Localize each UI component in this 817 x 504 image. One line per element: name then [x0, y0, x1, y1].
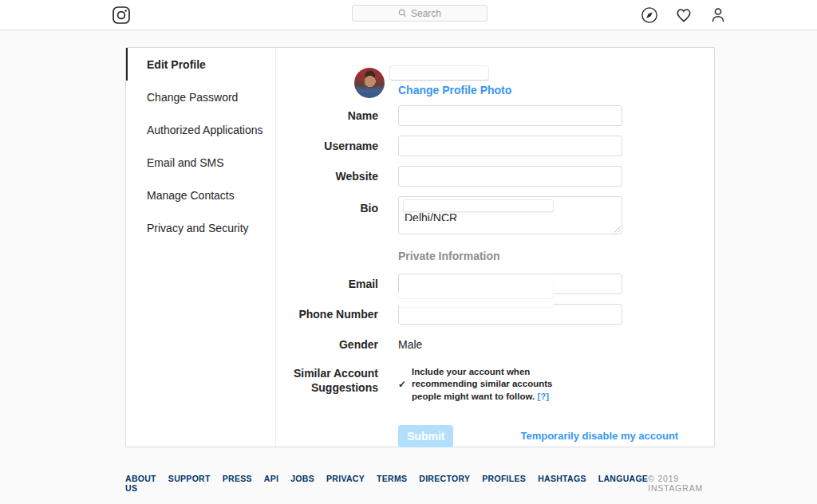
submit-row: Submit Temporarily disable my account — [398, 425, 714, 447]
similar-suggestions-description: Include your account when recommending s… — [412, 366, 557, 403]
website-row: Website — [276, 166, 714, 187]
bio-label: Bio — [276, 196, 378, 215]
search-input[interactable]: Search — [352, 5, 487, 22]
footer-link-profiles[interactable]: PROFILES — [482, 474, 526, 493]
search-icon — [398, 9, 407, 18]
name-label: Name — [276, 108, 378, 123]
sidebar-item-privacy-and-security[interactable]: Privacy and Security — [126, 211, 275, 244]
temporarily-disable-account-link[interactable]: Temporarily disable my account — [520, 430, 678, 442]
footer-link-terms[interactable]: TERMS — [377, 474, 407, 493]
similar-account-suggestions-row: Similar Account Suggestions ✓ Include yo… — [276, 366, 714, 403]
gender-value[interactable]: Male — [398, 338, 422, 351]
sidebar-item-email-and-sms[interactable]: Email and SMS — [126, 146, 275, 179]
copyright-text: © 2019 INSTAGRAM — [648, 474, 715, 493]
bio-redacted-box — [403, 199, 554, 212]
nav-icons — [641, 6, 727, 24]
sidebar-item-authorized-applications[interactable]: Authorized Applications — [126, 113, 275, 146]
profile-photo-row: Change Profile Photo — [276, 65, 714, 98]
footer-link-directory[interactable]: DIRECTORY — [419, 474, 470, 493]
website-label: Website — [276, 169, 378, 183]
username-row: Username — [276, 136, 714, 156]
edit-profile-form: Change Profile Photo Name Username Websi… — [276, 48, 714, 447]
similar-suggestions-help-link[interactable]: [?] — [537, 392, 549, 401]
username-label: Username — [276, 139, 378, 153]
similar-account-suggestions-label: Similar Account Suggestions — [276, 366, 378, 395]
email-label: Email — [276, 277, 378, 291]
search-placeholder: Search — [411, 8, 441, 19]
footer-link-hashtags[interactable]: HASHTAGS — [538, 474, 586, 493]
footer-link-support[interactable]: SUPPORT — [168, 474, 211, 493]
website-input[interactable] — [398, 166, 622, 187]
footer-link-press[interactable]: PRESS — [223, 474, 252, 493]
footer-links: ABOUT US SUPPORT PRESS API JOBS PRIVACY … — [125, 474, 648, 493]
footer-link-api[interactable]: API — [264, 474, 278, 493]
profile-person-icon[interactable] — [709, 6, 727, 24]
phone-redacted-box — [399, 299, 553, 307]
footer: ABOUT US SUPPORT PRESS API JOBS PRIVACY … — [125, 474, 715, 493]
profile-avatar[interactable] — [354, 68, 385, 98]
bio-visible-text: Delhi/NCR — [405, 212, 616, 221]
footer-link-about-us[interactable]: ABOUT US — [125, 474, 156, 493]
phone-row: Phone Number — [276, 304, 714, 325]
bio-row: Bio Delhi/NCR — [276, 196, 714, 234]
submit-button[interactable]: Submit — [398, 425, 453, 447]
phone-number-label: Phone Number — [276, 307, 378, 321]
name-row: Name — [276, 105, 714, 126]
settings-card: Edit Profile Change Password Authorized … — [125, 47, 715, 447]
username-input[interactable] — [398, 136, 622, 156]
email-redacted-box — [399, 277, 553, 298]
name-input[interactable] — [398, 105, 622, 126]
explore-compass-icon[interactable] — [641, 6, 658, 24]
sidebar-item-manage-contacts[interactable]: Manage Contacts — [126, 179, 275, 211]
footer-link-language[interactable]: LANGUAGE — [598, 474, 648, 493]
change-profile-photo-link[interactable]: Change Profile Photo — [398, 84, 511, 96]
email-row: Email — [276, 274, 714, 294]
settings-sidebar: Edit Profile Change Password Authorized … — [126, 48, 276, 447]
private-information-header: Private Information — [398, 250, 714, 262]
username-redacted-box — [389, 65, 489, 81]
footer-link-jobs[interactable]: JOBS — [290, 474, 314, 493]
bio-textarea[interactable]: Delhi/NCR — [398, 196, 622, 234]
textarea-resize-handle-icon[interactable] — [614, 226, 621, 233]
similar-suggestions-checkbox[interactable]: ✓ — [398, 380, 406, 389]
sidebar-item-change-password[interactable]: Change Password — [126, 81, 275, 113]
gender-row: Gender Male — [276, 337, 714, 352]
activity-heart-icon[interactable] — [675, 6, 693, 24]
top-nav: Search — [0, 0, 817, 30]
instagram-logo-icon[interactable] — [112, 6, 131, 25]
footer-link-privacy[interactable]: PRIVACY — [326, 474, 365, 493]
gender-label: Gender — [276, 337, 378, 352]
sidebar-item-edit-profile[interactable]: Edit Profile — [126, 48, 275, 81]
